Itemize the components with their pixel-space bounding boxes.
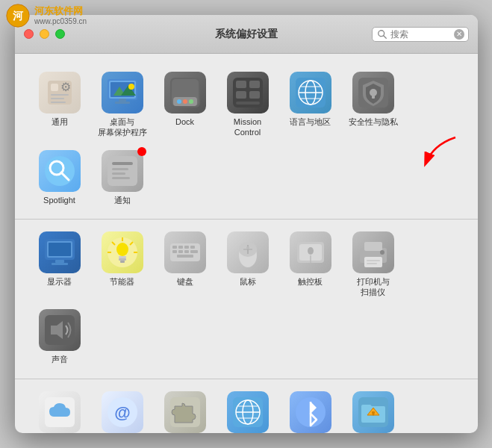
network-icon xyxy=(227,391,269,433)
sound-icon xyxy=(39,309,81,351)
svg-point-54 xyxy=(116,243,128,256)
language-label: 语言与地区 xyxy=(290,116,331,127)
svg-rect-55 xyxy=(119,256,126,258)
svg-point-77 xyxy=(246,246,249,249)
pref-keyboard[interactable]: 键盘 xyxy=(155,227,215,302)
pref-desktop[interactable]: 桌面与屏幕保护程序 xyxy=(93,67,152,143)
pref-icloud[interactable]: iCloud xyxy=(30,387,90,433)
pref-trackpad[interactable]: 触控板 xyxy=(281,227,340,302)
personal-grid: ⚙ 通用 xyxy=(30,67,463,210)
printer-icon xyxy=(352,231,394,273)
svg-rect-28 xyxy=(249,91,260,99)
svg-point-22 xyxy=(183,99,187,104)
svg-rect-85 xyxy=(367,260,380,261)
pref-sharing[interactable]: 共享 xyxy=(343,387,403,433)
svg-text:@: @ xyxy=(114,403,130,422)
pref-energy[interactable]: 节能器 xyxy=(93,227,152,302)
energy-icon xyxy=(102,231,143,273)
internet-grid: iCloud @ 互联网帐户 xyxy=(30,387,463,433)
general-icon: ⚙ xyxy=(39,72,81,113)
svg-rect-26 xyxy=(249,81,260,88)
system-preferences-window: 系统偏好设置 ✕ ⚙ xyxy=(15,15,478,433)
section-hardware: 显示器 xyxy=(15,220,478,379)
pref-mission[interactable]: MissionControl xyxy=(218,67,278,143)
svg-text:⚙: ⚙ xyxy=(60,81,71,93)
svg-rect-84 xyxy=(364,257,382,267)
svg-rect-42 xyxy=(108,156,137,186)
svg-rect-5 xyxy=(51,84,58,91)
svg-rect-66 xyxy=(184,246,189,249)
pref-bluetooth[interactable]: 蓝牙 xyxy=(281,387,340,433)
pref-sound[interactable]: 声音 xyxy=(30,305,90,369)
svg-rect-44 xyxy=(112,168,128,170)
pref-language[interactable]: 语言与地区 xyxy=(281,67,340,143)
keyboard-icon xyxy=(164,231,206,273)
svg-rect-52 xyxy=(52,263,68,265)
svg-rect-71 xyxy=(190,250,198,253)
mission-label: MissionControl xyxy=(234,116,261,138)
svg-rect-57 xyxy=(120,261,125,263)
section-personal: ⚙ 通用 xyxy=(15,60,478,220)
spotlight-icon xyxy=(39,150,81,192)
pref-security[interactable]: 安全性与隐私 xyxy=(343,67,403,143)
svg-point-87 xyxy=(380,250,384,255)
pref-extensions[interactable]: 扩展 xyxy=(155,387,215,433)
svg-rect-7 xyxy=(51,94,69,96)
pref-mouse[interactable]: 鼠标 xyxy=(218,227,278,302)
svg-rect-50 xyxy=(49,243,71,256)
svg-rect-68 xyxy=(172,250,177,253)
language-icon xyxy=(290,72,331,113)
pref-notify[interactable]: 通知 xyxy=(93,146,152,210)
pref-printer[interactable]: 打印机与扫描仪 xyxy=(343,227,403,302)
svg-rect-45 xyxy=(112,172,125,175)
svg-rect-65 xyxy=(178,246,183,249)
general-label: 通用 xyxy=(52,116,68,127)
pref-dock[interactable]: Dock xyxy=(155,67,215,143)
svg-rect-27 xyxy=(236,91,246,99)
watermark: 河 河东软件网 www.pc0359.cn xyxy=(0,0,93,31)
security-label: 安全性与隐私 xyxy=(349,116,398,127)
icloud-icon xyxy=(39,391,81,433)
sharing-icon xyxy=(352,391,394,433)
pref-network[interactable]: 网络 xyxy=(218,387,278,433)
desktop-label: 桌面与屏幕保护程序 xyxy=(98,116,147,138)
svg-rect-86 xyxy=(367,263,377,264)
notify-label: 通知 xyxy=(114,195,131,205)
search-input[interactable] xyxy=(390,29,454,40)
preferences-content: ⚙ 通用 xyxy=(15,54,478,433)
window-title: 系统偏好设置 xyxy=(215,28,278,41)
svg-rect-16 xyxy=(119,99,126,102)
svg-point-15 xyxy=(128,84,134,90)
svg-rect-51 xyxy=(55,260,64,263)
svg-rect-83 xyxy=(364,242,382,251)
dock-label: Dock xyxy=(175,116,194,127)
display-icon xyxy=(39,231,81,273)
svg-point-23 xyxy=(189,99,193,104)
svg-rect-29 xyxy=(236,102,260,105)
svg-rect-46 xyxy=(112,177,130,179)
trackpad-icon xyxy=(290,231,331,273)
svg-point-106 xyxy=(372,413,374,415)
mission-icon xyxy=(227,72,269,113)
pref-general[interactable]: ⚙ 通用 xyxy=(30,67,90,143)
svg-rect-38 xyxy=(372,94,375,99)
section-internet: iCloud @ 互联网帐户 xyxy=(15,379,478,433)
svg-rect-39 xyxy=(45,156,75,186)
printer-label: 打印机与扫描仪 xyxy=(357,276,390,298)
notify-red-dot xyxy=(137,147,146,156)
pref-internet[interactable]: @ 互联网帐户 xyxy=(93,387,152,433)
svg-line-3 xyxy=(383,35,386,38)
trackpad-label: 触控板 xyxy=(298,276,323,287)
svg-point-21 xyxy=(177,99,181,104)
sound-label: 声音 xyxy=(52,354,68,364)
extensions-icon xyxy=(164,391,206,433)
svg-rect-17 xyxy=(115,102,130,104)
pref-display[interactable]: 显示器 xyxy=(30,227,90,302)
svg-rect-69 xyxy=(178,250,183,253)
search-box[interactable]: ✕ xyxy=(372,27,469,42)
hardware-grid: 显示器 xyxy=(30,227,463,370)
search-clear-button[interactable]: ✕ xyxy=(454,29,464,40)
watermark-logo-icon: 河 xyxy=(6,4,30,28)
pref-spotlight[interactable]: Spotlight xyxy=(30,146,90,210)
svg-rect-9 xyxy=(51,102,66,103)
